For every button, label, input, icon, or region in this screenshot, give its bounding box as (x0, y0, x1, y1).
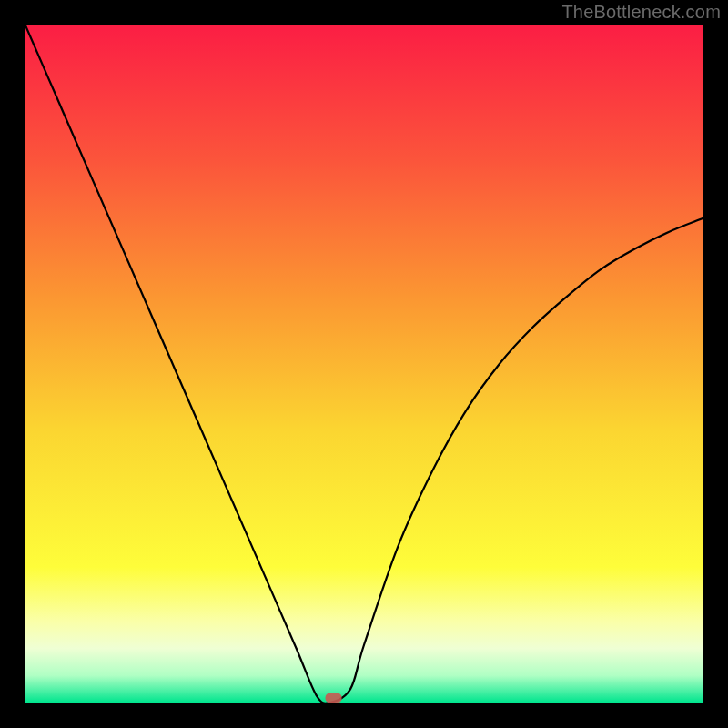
plot-area (25, 25, 703, 703)
chart-frame: TheBottleneck.com (0, 0, 728, 728)
chart-svg (25, 25, 703, 703)
watermark-text: TheBottleneck.com (561, 2, 721, 23)
minimum-marker (326, 693, 342, 703)
plot-background (25, 25, 703, 703)
